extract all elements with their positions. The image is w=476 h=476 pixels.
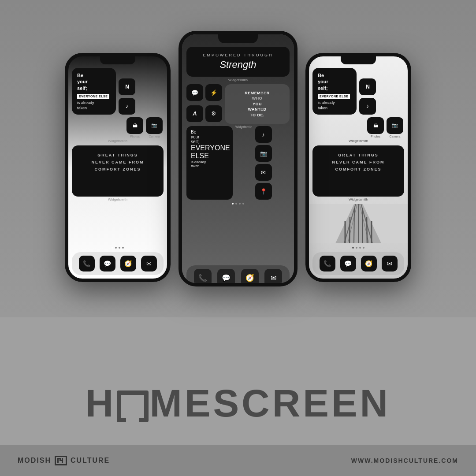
- icon-grid-center: 💬 ⚡ A ⚙: [186, 84, 222, 124]
- svg-line-9: [354, 208, 354, 243]
- music-icon-left[interactable]: ♪: [119, 98, 135, 115]
- brand-logo: MODISH CULTURE: [18, 456, 110, 465]
- o-logo-icon: [117, 390, 149, 422]
- widget-label-2-right: Widgetsmith: [312, 197, 404, 201]
- phone-right-inner: Be your self; EVERYONE ELSE is already t…: [309, 66, 408, 279]
- quote-text-left: Be: [77, 72, 111, 78]
- dock-mail-center[interactable]: ✉: [264, 269, 282, 286]
- dock-left: 📞 💬 🧭 ✉: [72, 252, 164, 275]
- center-content: EMPOWERED THROUGH Strength Widgetsmith 💬…: [182, 45, 294, 286]
- messenger-icon[interactable]: 💬: [186, 84, 203, 101]
- noicon-icon[interactable]: ⚡: [205, 84, 222, 101]
- page-dots-left: [72, 247, 164, 249]
- notch-center: [218, 34, 258, 43]
- icon-column-left: N ♪: [119, 78, 135, 115]
- widget-quote-right: Be your self; EVERYONE ELSE is already t…: [312, 68, 357, 115]
- modish-text: MODISH: [18, 457, 51, 465]
- notch-right: [341, 56, 376, 64]
- svg-rect-18: [62, 458, 63, 463]
- page-dots-right: [312, 247, 404, 249]
- modish-logo-icon: [55, 456, 67, 465]
- svg-line-8: [350, 217, 350, 243]
- phone-center: EMPOWERED THROUGH Strength Widgetsmith 💬…: [178, 31, 298, 286]
- dock-messages-center[interactable]: 💬: [217, 269, 235, 286]
- widget-quote-left: Be your self; EVERYONE ELSE is already t…: [72, 68, 116, 115]
- photos-icon-right[interactable]: 🏔 Photos: [367, 117, 384, 138]
- middle-row-center: 💬 ⚡ A ⚙ REMEMBER WHO YOU WANTED TO BE.: [186, 84, 290, 124]
- widget-label-1-left: Widgetsmith: [72, 139, 164, 143]
- dock-mail-right[interactable]: ✉: [382, 256, 398, 271]
- widget-label-1-right: Widgetsmith: [312, 139, 404, 143]
- widget-comfort-left: GREAT THINGS NEVER CAME FROM COMFORT ZON…: [72, 145, 164, 197]
- netflix-icon-left[interactable]: N: [119, 78, 135, 95]
- dock-compass-left[interactable]: 🧭: [120, 256, 136, 271]
- settings-icon[interactable]: ⚙: [205, 105, 222, 122]
- tiktok-icon[interactable]: ♪: [255, 126, 272, 143]
- page-dots-center: [186, 203, 290, 205]
- pier-image-area: [309, 204, 408, 243]
- appstore-icon[interactable]: A: [186, 105, 203, 122]
- netflix-icon-right[interactable]: N: [359, 78, 376, 95]
- top-row-right: Be your self; EVERYONE ELSE is already t…: [312, 68, 404, 115]
- dock-right: 📞 💬 🧭 ✉: [312, 252, 404, 275]
- icon-row-left: 🏔 Photos 📷 Camera: [72, 117, 164, 138]
- svg-line-12: [367, 217, 367, 243]
- notch-left: [100, 56, 135, 64]
- icon-col-center: ♪ 📷 ✉ 📍: [255, 126, 272, 200]
- spacer-left: [72, 204, 164, 243]
- pier-svg: [309, 204, 408, 243]
- phone-right: Be your self; EVERYONE ELSE is already t…: [305, 53, 411, 282]
- camera-icon-left[interactable]: 📷 Camera: [146, 117, 163, 138]
- icon-row-right: 🏔 Photos 📷 Camera: [312, 117, 404, 138]
- dock-compass-center[interactable]: 🧭: [241, 269, 259, 286]
- bottom-section: HMESCREEN MODISH CULTURE WWW.MODISHCULTU…: [0, 317, 476, 476]
- footer-bar: MODISH CULTURE WWW.MODISHCULTURE.COM: [0, 445, 476, 476]
- widget-quote-center: Be your self; EVERYONE ELSE is already t…: [186, 126, 233, 200]
- culture-text: CULTURE: [71, 457, 110, 465]
- homescreen-title: HMESCREEN: [86, 384, 390, 423]
- dock-compass-right[interactable]: 🧭: [361, 256, 377, 271]
- camera-icon-right[interactable]: 📷 Camera: [387, 117, 403, 138]
- widget-strength: EMPOWERED THROUGH Strength: [186, 47, 290, 77]
- widget-remember: REMEMBER WHO YOU WANTED TO BE.: [225, 84, 290, 124]
- dock-phone-right[interactable]: 📞: [320, 256, 335, 271]
- modish-m-icon: [57, 457, 65, 464]
- dock-center: 📞 💬 🧭 ✉: [186, 265, 290, 286]
- bottom-row-center: Be your self; EVERYONE ELSE is already t…: [186, 126, 290, 200]
- top-row-left: Be your self; EVERYONE ELSE is already t…: [72, 68, 164, 115]
- svg-line-11: [362, 208, 363, 243]
- dock-phone-center[interactable]: 📞: [194, 269, 212, 286]
- widget-comfort-right: GREAT THINGS NEVER CAME FROM COMFORT ZON…: [312, 145, 404, 197]
- maps-icon-center[interactable]: 📍: [255, 183, 272, 200]
- dock-messages-left[interactable]: 💬: [100, 256, 115, 271]
- phone-left: Be your self; EVERYONE ELSE is already t…: [65, 53, 171, 282]
- icon-column-right: N ♪: [359, 78, 376, 115]
- photos-icon-left[interactable]: 🏔 Photos: [126, 117, 143, 138]
- instagram-icon[interactable]: 📷: [255, 145, 272, 162]
- dock-mail-left[interactable]: ✉: [141, 256, 157, 271]
- phone-left-inner: Be your self; EVERYONE ELSE is already t…: [68, 66, 167, 279]
- mail-icon-center[interactable]: ✉: [255, 164, 272, 181]
- widget-label-2-left: Widgetsmith: [72, 197, 164, 201]
- music-icon-right[interactable]: ♪: [359, 98, 376, 115]
- dock-messages-right[interactable]: 💬: [340, 256, 356, 271]
- phones-section: Be your self; EVERYONE ELSE is already t…: [0, 0, 476, 317]
- dock-phone-left[interactable]: 📞: [79, 256, 95, 271]
- website-url: WWW.MODISHCULTURE.COM: [351, 457, 458, 464]
